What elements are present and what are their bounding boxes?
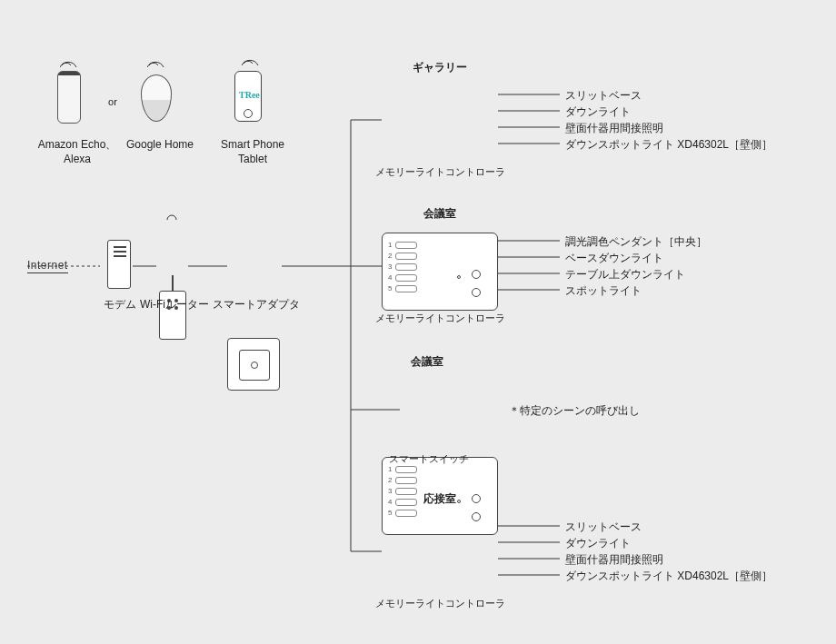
tree-logo: TRee	[239, 90, 260, 100]
smartphone-icon: TRee	[234, 71, 262, 122]
echo-waves-icon	[60, 56, 78, 67]
amazon-echo-icon	[57, 71, 81, 124]
block4-out4: ダウンスポットライト XD46302L［壁側］	[565, 568, 772, 584]
router-waves-icon	[165, 211, 184, 222]
controller2-caption: メモリーライトコントローラ	[374, 312, 505, 325]
switch-caption: スマートスイッチ	[378, 452, 480, 466]
router-label: Wi-Fiルーター	[138, 298, 211, 312]
block1-out1: スリットベース	[565, 87, 642, 104]
block1-out2: ダウンライト	[565, 104, 631, 120]
smart-adapter-icon	[227, 338, 280, 391]
block4-title: 応接室	[382, 491, 498, 507]
ghome-waves-icon	[147, 56, 165, 67]
google-home-icon	[141, 74, 172, 122]
phone-waves-icon	[242, 54, 260, 65]
controller3-caption: メモリーライトコントローラ	[374, 597, 505, 610]
block2-title: 会議室	[382, 206, 498, 222]
controller-1: 1 2 3 4 5	[382, 233, 498, 311]
block2-out3: テーブル上ダウンライト	[565, 266, 685, 282]
block4-out2: ダウンライト	[565, 535, 631, 551]
block1-title: ギャラリー	[382, 60, 498, 75]
adapter-label: スマートアダプタ	[213, 298, 300, 312]
scene-note: ＊特定のシーンの呼び出し	[509, 402, 640, 419]
block3-title: 会議室	[400, 354, 454, 370]
block1-out4: ダウンスポットライト XD46302L［壁側］	[565, 136, 772, 153]
block2-out2: ベースダウンライト	[565, 250, 663, 266]
phone-label: Smart Phone Tablet	[216, 138, 289, 166]
ghome-label: Google Home	[124, 138, 196, 153]
block2-out4: スポットライト	[565, 282, 642, 299]
or-label: or	[102, 96, 124, 108]
modem-icon	[107, 240, 131, 289]
controller1-caption: メモリーライトコントローラ	[374, 165, 505, 179]
block1-out3: 壁面什器用間接照明	[565, 120, 663, 136]
block4-out1: スリットベース	[565, 519, 642, 535]
block4-out3: 壁面什器用間接照明	[565, 551, 663, 568]
echo-label: Amazon Echo、Alexa	[27, 138, 127, 166]
block2-out1: 調光調色ペンダント［中央］	[565, 233, 707, 250]
internet-label: Internet	[27, 259, 68, 273]
